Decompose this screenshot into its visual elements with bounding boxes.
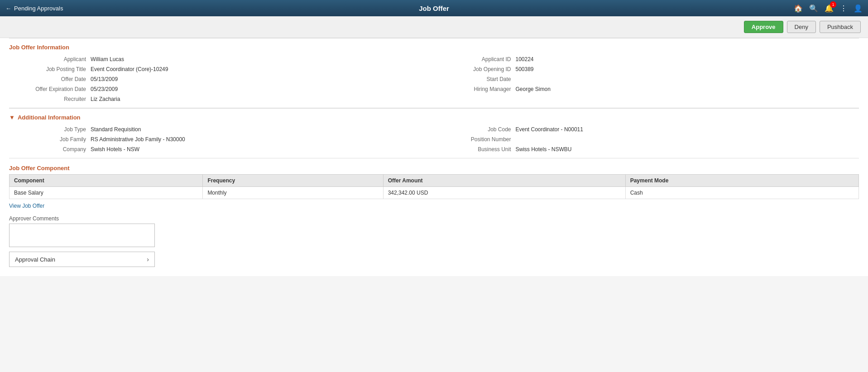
recruiter-value: Liz Zacharia: [91, 96, 120, 102]
cell-frequency: Monthly: [203, 187, 383, 199]
approver-comments-section: Approver Comments: [9, 215, 859, 247]
menu-icon[interactable]: ⋮: [840, 4, 847, 13]
job-offer-information-title: Job Offer Information: [9, 38, 859, 54]
offer-expiration-date-value: 05/23/2009: [91, 86, 118, 92]
table-header-row: Component Frequency Offer Amount Payment…: [10, 175, 859, 187]
job-posting-title-label: Job Posting Title: [9, 66, 91, 72]
offer-expiration-date-label: Offer Expiration Date: [9, 86, 91, 92]
job-offer-component-table: Component Frequency Offer Amount Payment…: [9, 174, 859, 199]
back-label: Pending Approvals: [14, 5, 63, 12]
cell-payment-mode: Cash: [625, 187, 858, 199]
business-unit-value: Swiss Hotels - NSWBU: [516, 146, 572, 153]
approve-button[interactable]: Approve: [744, 21, 783, 33]
user-icon[interactable]: 👤: [854, 4, 863, 13]
applicant-id-row: Applicant ID 100224: [434, 54, 859, 64]
business-unit-row: Business Unit Swiss Hotels - NSWBU: [434, 144, 859, 154]
recruiter-row: Recruiter Liz Zacharia: [9, 94, 434, 104]
applicant-value: William Lucas: [91, 56, 124, 62]
hiring-manager-label: Hiring Manager: [434, 86, 516, 92]
table-row: Base Salary Monthly 342,342.00 USD Cash: [10, 187, 859, 199]
applicant-row: Applicant William Lucas: [9, 54, 434, 64]
additional-info-right-col: Job Code Event Coordinator - N00011 Posi…: [434, 124, 859, 154]
main-content: Job Offer Information Applicant William …: [0, 38, 868, 276]
offer-date-row: Offer Date 05/13/2009: [9, 74, 434, 84]
additional-information-section: ▼ Additional Information Job Type Standa…: [9, 108, 859, 158]
approval-chain-button[interactable]: Approval Chain ›: [9, 252, 155, 267]
job-opening-id-row: Job Opening ID 500389: [434, 64, 859, 74]
job-posting-title-row: Job Posting Title Event Coordinator (Cor…: [9, 64, 434, 74]
cell-offer-amount: 342,342.00 USD: [383, 187, 625, 199]
search-icon[interactable]: 🔍: [809, 4, 818, 13]
offer-expiration-date-row: Offer Expiration Date 05/23/2009: [9, 84, 434, 94]
col-component: Component: [10, 175, 203, 187]
job-posting-title-value: Event Coordinator (Core)-10249: [91, 66, 168, 72]
col-frequency: Frequency: [203, 175, 383, 187]
additional-info-fields-grid: Job Type Standard Requisition Job Family…: [9, 124, 859, 154]
job-family-value: RS Administrative Job Family - N30000: [91, 136, 185, 143]
position-number-label: Position Number: [434, 136, 516, 143]
col-offer-amount: Offer Amount: [383, 175, 625, 187]
collapse-icon: ▼: [9, 114, 15, 121]
job-family-label: Job Family: [9, 136, 91, 143]
applicant-id-label: Applicant ID: [434, 56, 516, 62]
approval-chain-arrow-icon: ›: [147, 256, 149, 263]
approval-chain-label: Approval Chain: [15, 256, 55, 263]
col-payment-mode: Payment Mode: [625, 175, 858, 187]
approver-comments-textarea[interactable]: [9, 224, 155, 247]
hiring-manager-value: George Simon: [516, 86, 551, 92]
view-job-offer-link[interactable]: View Job Offer: [9, 203, 44, 209]
page-title: Job Offer: [419, 5, 449, 12]
job-offer-right-col: Applicant ID 100224 Job Opening ID 50038…: [434, 54, 859, 104]
start-date-label: Start Date: [434, 76, 516, 82]
deny-button[interactable]: Deny: [787, 21, 816, 33]
start-date-row: Start Date: [434, 74, 859, 84]
job-offer-component-section: Job Offer Component Component Frequency …: [9, 160, 859, 199]
job-offer-component-title: Job Offer Component: [9, 160, 859, 174]
action-toolbar: Approve Deny Pushback: [0, 16, 868, 38]
job-type-value: Standard Requisition: [91, 126, 141, 133]
job-opening-id-label: Job Opening ID: [434, 66, 516, 72]
cell-component: Base Salary: [10, 187, 203, 199]
job-type-label: Job Type: [9, 126, 91, 133]
job-family-row: Job Family RS Administrative Job Family …: [9, 134, 434, 144]
applicant-id-value: 100224: [516, 56, 534, 62]
offer-date-value: 05/13/2009: [91, 76, 118, 82]
job-code-label: Job Code: [434, 126, 516, 133]
company-row: Company Swish Hotels - NSW: [9, 144, 434, 154]
applicant-label: Applicant: [9, 56, 91, 62]
notification-badge: 1: [830, 1, 836, 8]
job-offer-information-section: Job Offer Information Applicant William …: [9, 38, 859, 108]
job-code-value: Event Coordinator - N00011: [516, 126, 583, 133]
job-code-row: Job Code Event Coordinator - N00011: [434, 124, 859, 134]
header-actions: 🏠 🔍 🔔 1 ⋮ 👤: [794, 4, 863, 13]
company-label: Company: [9, 146, 91, 153]
business-unit-label: Business Unit: [434, 146, 516, 153]
approver-comments-label: Approver Comments: [9, 215, 859, 222]
notification-icon[interactable]: 🔔 1: [825, 4, 834, 13]
position-number-row: Position Number: [434, 134, 859, 144]
recruiter-label: Recruiter: [9, 96, 91, 102]
back-arrow-icon: ←: [5, 5, 11, 12]
pushback-button[interactable]: Pushback: [820, 21, 861, 33]
home-icon[interactable]: 🏠: [794, 4, 803, 13]
offer-date-label: Offer Date: [9, 76, 91, 82]
job-type-row: Job Type Standard Requisition: [9, 124, 434, 134]
job-offer-left-col: Applicant William Lucas Job Posting Titl…: [9, 54, 434, 104]
hiring-manager-row: Hiring Manager George Simon: [434, 84, 859, 94]
app-header: ← Pending Approvals Job Offer 🏠 🔍 🔔 1 ⋮ …: [0, 0, 868, 16]
additional-information-title[interactable]: ▼ Additional Information: [9, 109, 859, 124]
job-opening-id-value: 500389: [516, 66, 534, 72]
job-offer-fields-grid: Applicant William Lucas Job Posting Titl…: [9, 54, 859, 104]
company-value: Swish Hotels - NSW: [91, 146, 139, 153]
additional-info-left-col: Job Type Standard Requisition Job Family…: [9, 124, 434, 154]
back-button[interactable]: ← Pending Approvals: [5, 5, 63, 12]
